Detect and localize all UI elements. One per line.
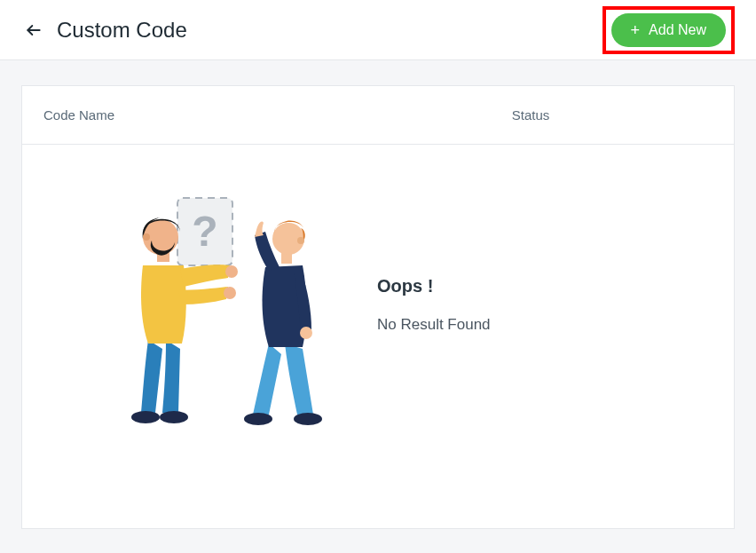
- svg-text:?: ?: [192, 208, 217, 255]
- svg-point-5: [225, 265, 238, 278]
- page-title: Custom Code: [57, 18, 187, 43]
- header-bar: Custom Code + Add New: [0, 0, 756, 60]
- column-header-status: Status: [512, 107, 713, 122]
- column-header-code-name: Code Name: [43, 107, 512, 122]
- svg-point-11: [294, 413, 322, 425]
- title-group: Custom Code: [25, 18, 187, 43]
- svg-point-9: [143, 233, 150, 241]
- svg-point-4: [160, 411, 188, 423]
- add-new-label: Add New: [649, 22, 706, 38]
- empty-state-heading: Oops !: [377, 276, 491, 296]
- svg-point-12: [300, 327, 312, 339]
- empty-state-message: No Result Found: [377, 316, 491, 334]
- plus-icon: +: [631, 22, 641, 38]
- svg-point-6: [224, 287, 236, 299]
- back-arrow-icon[interactable]: [25, 21, 43, 39]
- add-new-button[interactable]: + Add New: [611, 13, 726, 47]
- card: Code Name Status ?: [21, 85, 735, 529]
- svg-point-3: [131, 411, 160, 423]
- svg-point-10: [244, 413, 272, 425]
- svg-point-15: [297, 237, 304, 244]
- highlight-box: + Add New: [602, 6, 735, 54]
- empty-state-illustration: ?: [75, 180, 342, 429]
- empty-state-text: Oops ! No Result Found: [377, 276, 491, 334]
- empty-state: ?: [22, 145, 734, 464]
- table-header: Code Name Status: [22, 86, 734, 145]
- content-area: Code Name Status ?: [0, 60, 756, 553]
